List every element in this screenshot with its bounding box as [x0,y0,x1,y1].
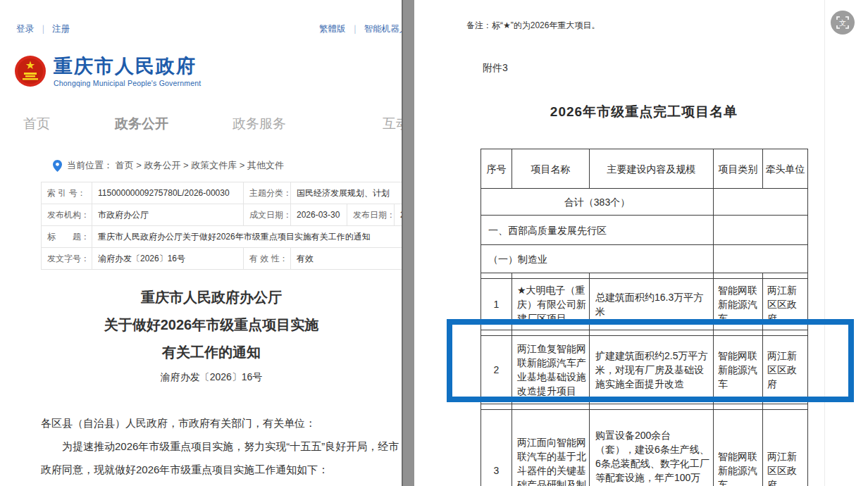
spacer-cell [590,273,714,279]
spacer-cell [512,330,590,336]
subsection-row-label: （一）制造业 [481,245,714,273]
spacer-cell [763,404,808,410]
doc-title-line-3: 有关工作的通知 [0,339,402,366]
table-cell: 两江新区区政府 [763,279,808,330]
site-subtitle: Chongqing Municipal People's Government [54,79,201,87]
table-cell: 总建筑面积约16.3万平方米 [590,279,714,330]
attachment-label: 附件3 [483,62,508,75]
table-row: 2两江鱼复智能网联新能源汽车产业基地基础设施改造提升项目扩建建筑面积约2.5万平… [481,336,808,404]
auth-links: 登录｜注册 [16,23,70,35]
table-cell: 1 [481,279,512,330]
spacer-cell [763,330,808,336]
breadcrumb-prefix: 当前位置： [67,159,113,172]
empty-cell [714,216,808,245]
meta-row: 标 题： 重庆市人民政府办公厅关于做好2026年市级重点项目实施有关工作的通知 [42,226,402,248]
table-cell: 3 [481,410,512,486]
section-row-label: 一、西部高质量发展先行区 [481,216,714,245]
nav-gov-affairs[interactable]: 政务公开 [115,115,168,133]
spacer-cell [512,404,590,410]
table-note: 备注：标“★”的为2026年重大项目。 [466,20,600,32]
meta-value: 11500000009275780L/2026-00030 [92,182,244,204]
register-link[interactable]: 注册 [52,24,70,34]
doc-section-heading: 一、全力推动重点项目高效实施 [41,481,402,486]
site-logo[interactable]: ★ 重庆市人民政府 Chongqing Municipal People's G… [14,54,201,89]
table-cell: 智能网联新能源汽车 [714,279,763,330]
column-header: 主要建设内容及规模 [590,149,714,189]
spacer-row [481,330,808,336]
meta-label: 索 引 号： [42,182,92,204]
spacer-row [481,404,808,410]
translate-icon: 文 [836,16,849,29]
page: 登录｜注册 繁體版｜智能机器人｜ ★ 重庆市人民政府 Chongqing Mun… [0,0,868,486]
meta-value: 2026-04-03 [395,204,402,226]
total-row-label: 合计（383个） [481,189,714,216]
meta-value: 重庆市人民政府办公厅关于做好2026年市级重点项目实施有关工作的通知 [92,226,402,248]
column-header: 序号 [481,149,512,189]
spacer-row [481,273,808,279]
column-header: 牵头单位 [763,149,808,189]
document-body: 各区县（自治县）人民政府，市政府有关部门，有关单位： 为提速推动2026年市级重… [41,411,402,486]
spacer-cell [481,330,512,336]
location-pin-icon [53,160,62,172]
spacer-cell [714,330,763,336]
spacer-cell [763,273,808,279]
column-header: 项目类别 [714,149,763,189]
subsection-row: （一）制造业 [481,245,808,273]
attachment-title: 2026年市级重点完工项目名单 [480,103,807,121]
site-title: 重庆市人民政府 [54,56,201,77]
doc-paragraph: 为提速推动2026年市级重点项目实施，努力实现“十五五”良好开局，经市政府同意，… [41,435,402,481]
meta-value: 国民经济发展规划、计划 [291,182,402,204]
table-cell: 智能网联新能源汽车 [714,336,763,404]
table-cell: 两江面向智能网联汽车的基于北斗器件的关键基础产品研制及制造能力建设项目 [512,410,590,486]
login-link[interactable]: 登录 [16,24,34,34]
locale-links: 繁體版｜智能机器人｜ [319,23,402,35]
table-cell: 两江新区区政府 [763,336,808,404]
meta-label: 发文字号： [42,248,92,270]
meta-label: 成文日期： [244,204,291,226]
nav-home[interactable]: 首页 [23,115,50,133]
empty-cell [714,245,808,273]
meta-label: 发布机构： [42,204,92,226]
national-emblem-icon: ★ [14,54,46,89]
header-row: 序号项目名称主要建设内容及规模项目类别牵头单位 [481,149,808,189]
document-meta-table: 索 引 号： 11500000009275780L/2026-00030 主题分… [41,182,402,270]
projects-table-body: 合计（383个）一、西部高质量发展先行区（一）制造业1★大明电子（重庆）有限公司… [481,189,808,486]
document-heading: 重庆市人民政府办公厅 关于做好2026年市级重点项目实施 有关工作的通知 渝府办… [0,284,402,384]
spacer-cell [590,330,714,336]
doc-title-line-1: 重庆市人民政府办公厅 [0,284,402,311]
doc-number: 渝府办发〔2026〕16号 [0,371,402,384]
traditional-chinese-link[interactable]: 繁體版 [319,24,346,34]
page-edge-line [824,0,825,486]
table-row: 1★大明电子（重庆）有限公司新建厂区项目总建筑面积约16.3万平方米智能网联新能… [481,279,808,330]
svg-text:★: ★ [25,59,35,71]
section-row: 一、西部高质量发展先行区 [481,216,808,245]
meta-label: 发布日期： [347,204,395,226]
window-divider[interactable] [402,0,414,486]
doc-salutation: 各区县（自治县）人民政府，市政府有关部门，有关单位： [41,411,402,435]
meta-row: 发文字号： 渝府办发〔2026〕16号 有 效 性： 有效 [42,248,402,270]
meta-row: 索 引 号： 11500000009275780L/2026-00030 主题分… [42,182,402,204]
table-cell: 扩建建筑面积约2.5万平方米，对现有厂房及基础设施实施全面提升改造 [590,336,714,404]
doc-title-line-2: 关于做好2026年市级重点项目实施 [0,311,402,339]
table-cell: 2 [481,336,512,404]
projects-table: 序号项目名称主要建设内容及规模项目类别牵头单位 合计（383个）一、西部高质量发… [480,149,808,486]
gov-website-panel: 登录｜注册 繁體版｜智能机器人｜ ★ 重庆市人民政府 Chongqing Mun… [0,0,402,486]
table-cell: 购置设备200余台（套），建设6条生产线、6条总装配线、数字化工厂等配套设施，年… [590,410,714,486]
meta-label: 主题分类： [244,182,291,204]
separator: ｜ [351,24,359,34]
nav-interaction[interactable]: 互动交流 [383,115,402,133]
meta-row: 发布机构： 市政府办公厅 成文日期： 2026-03-30 发布日期： 2026… [42,204,402,226]
table-row: 3两江面向智能网联汽车的基于北斗器件的关键基础产品研制及制造能力建设项目购置设备… [481,410,808,486]
projects-table-head: 序号项目名称主要建设内容及规模项目类别牵头单位 [481,149,808,189]
breadcrumb-path[interactable]: 首页 > 政务公开 > 政策文件库 > 其他文件 [116,159,284,172]
meta-label: 标 题： [42,226,92,248]
meta-label: 有 效 性： [244,248,291,270]
meta-value: 市政府办公厅 [92,204,244,226]
table-cell: 两江鱼复智能网联新能源汽车产业基地基础设施改造提升项目 [512,336,590,404]
spacer-cell [481,404,512,410]
translate-tool-button[interactable]: 文 [831,11,855,35]
meta-value: 有效 [291,248,402,270]
nav-gov-services[interactable]: 政务服务 [232,115,286,133]
empty-cell [714,189,808,216]
smart-robot-link[interactable]: 智能机器人 [364,24,402,34]
